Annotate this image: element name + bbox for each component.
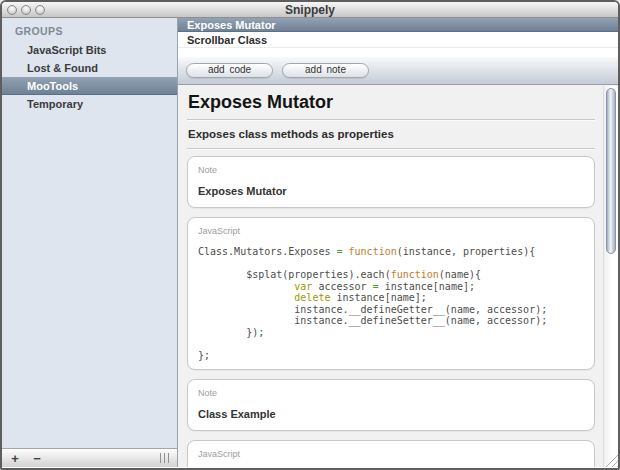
snippet-list-empty-row[interactable] <box>178 48 618 56</box>
main-panel: Exposes MutatorScrollbar Class add code … <box>178 18 618 467</box>
sidebar-item-temporary[interactable]: Temporary <box>2 95 177 113</box>
snippet-blocks: NoteExposes MutatorJavaScriptClass.Mutat… <box>187 156 595 467</box>
app-window: Snippely GROUPS JavaScript BitsLost & Fo… <box>0 0 620 470</box>
note-text[interactable]: Exposes Mutator <box>198 185 584 197</box>
sidebar-item-mootools[interactable]: MooTools <box>2 77 177 95</box>
groups-header: GROUPS <box>15 25 177 37</box>
block-type-label: JavaScript <box>198 449 584 459</box>
sidebar-item-lost-found[interactable]: Lost & Found <box>2 59 177 77</box>
add-group-button[interactable]: + <box>6 450 24 467</box>
content-area: Exposes Mutator Exposes class methods as… <box>178 85 618 467</box>
code-block[interactable]: JavaScriptvar MyClass = new Class({ Expo… <box>187 440 595 467</box>
snippet-row-scrollbar-class[interactable]: Scrollbar Class <box>178 32 618 48</box>
vertical-scrollbar[interactable] <box>603 86 618 467</box>
block-type-label: Note <box>198 165 584 175</box>
add-code-button[interactable]: add code <box>186 63 273 78</box>
groups-list: JavaScript BitsLost & FoundMooToolsTempo… <box>2 41 177 113</box>
code-block[interactable]: JavaScriptClass.Mutators.Exposes = funct… <box>187 217 595 370</box>
snippet-toolbar: add code add note <box>178 56 618 85</box>
page-title[interactable]: Exposes Mutator <box>188 92 595 113</box>
divider <box>187 148 595 149</box>
sidebar: GROUPS JavaScript BitsLost & FoundMooToo… <box>2 18 178 467</box>
note-text[interactable]: Class Example <box>198 408 584 420</box>
block-type-label: JavaScript <box>198 226 584 236</box>
sidebar-footer: + − <box>2 448 177 467</box>
title-bar[interactable]: Snippely <box>2 2 618 18</box>
sidebar-item-javascript-bits[interactable]: JavaScript Bits <box>2 41 177 59</box>
snippet-list: Exposes MutatorScrollbar Class <box>178 18 618 48</box>
snippet-description[interactable]: Exposes class methods as properties <box>188 128 594 140</box>
divider <box>187 119 595 120</box>
note-block[interactable]: NoteClass Example <box>187 379 595 431</box>
traffic-lights <box>7 5 45 15</box>
zoom-button-icon[interactable] <box>35 5 45 15</box>
scrollbar-thumb[interactable] <box>606 88 616 254</box>
drag-grip-icon[interactable] <box>160 453 170 463</box>
note-block[interactable]: NoteExposes Mutator <box>187 156 595 208</box>
add-note-button[interactable]: add note <box>282 63 369 78</box>
close-button-icon[interactable] <box>7 5 17 15</box>
snippet-row-exposes-mutator[interactable]: Exposes Mutator <box>178 18 618 32</box>
window-title: Snippely <box>2 2 618 18</box>
block-type-label: Note <box>198 388 584 398</box>
minimize-button-icon[interactable] <box>21 5 31 15</box>
code-editor[interactable]: Class.Mutators.Exposes = function(instan… <box>198 246 584 361</box>
remove-group-button[interactable]: − <box>28 450 46 467</box>
